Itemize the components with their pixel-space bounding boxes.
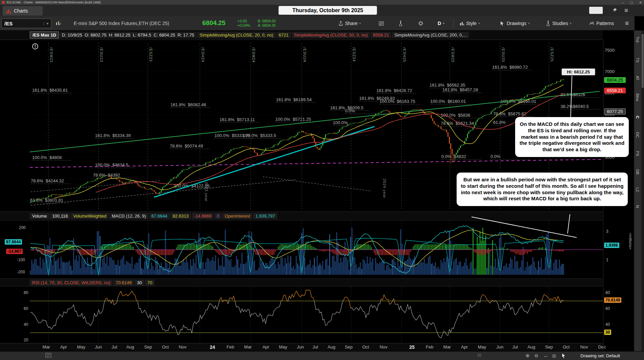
change-percent: +0.04%	[237, 23, 250, 27]
alert-icon[interactable]: !	[32, 43, 38, 49]
time-axis-label: Sep	[543, 344, 555, 350]
note-callout[interactable]: On the MACD of this daily chart we can s…	[515, 117, 629, 157]
notes-button[interactable]	[379, 19, 384, 28]
tab-charts-label: Charts	[14, 8, 28, 14]
lower-study-chip[interactable]: 100,118	[50, 213, 70, 219]
panel-icon[interactable]	[45, 353, 51, 359]
cursor-icon	[500, 21, 505, 26]
lower-study-chip[interactable]: 1,939,797	[253, 213, 277, 219]
rsi-header-strip: RSI (14, 70, 30, CLOSE, WILDERS, no) 70.…	[0, 278, 603, 287]
drawing-set-label[interactable]: Drawing set: Default	[580, 353, 620, 358]
menu-icon[interactable]: ≡	[624, 6, 628, 15]
time-axis-label: Apr	[58, 344, 70, 350]
window-titlebar: /ES:XCME - Charts - 9689056/SCHW Main@th…	[0, 0, 644, 5]
studies-button[interactable]: Studies ▾	[546, 19, 571, 28]
time-axis-label: Feb	[423, 344, 436, 350]
sidebar-tab-ts[interactable]: TS	[636, 58, 640, 63]
time-axis-label: 25	[406, 344, 418, 350]
bid-ask: B: 6804.00 A: 6804.25	[258, 19, 276, 28]
bid-value: B: 6804.00	[258, 19, 276, 23]
macd-volume-canvas[interactable]	[0, 221, 644, 277]
status-bar: ||| ⊕ ⊖ ↔ ◎ Drawing set: Default	[0, 351, 644, 360]
timeframe-value: D	[438, 21, 441, 26]
sidebar-tab-btns[interactable]: Btns	[636, 93, 640, 101]
lower-study-chip[interactable]: VolumeWeighted	[71, 213, 109, 219]
sma20-label[interactable]: SimpleMovingAvg (CLOSE, 20, 0, no)	[197, 32, 276, 38]
toolbar-divider	[453, 19, 454, 28]
scratchpad-button[interactable]	[589, 7, 603, 14]
time-axis-label: Nov	[377, 344, 390, 350]
symbol-value: /ES	[4, 21, 13, 26]
zoom-in-icon[interactable]: ⊕	[526, 353, 530, 358]
symbol-description: E-mini S&P 500 Index Futures,ETH (DEC 25…	[74, 21, 169, 26]
lower-study-chip[interactable]: Volume	[30, 213, 49, 219]
change-points: +3.00	[237, 19, 247, 23]
sidebar-tab-c[interactable]: C	[636, 116, 640, 118]
close-button[interactable]: ✕	[639, 1, 642, 4]
tab-charts[interactable]: Charts	[3, 6, 43, 16]
sidebar-scroll-thumb[interactable]	[642, 34, 644, 88]
sidebar-tab-trd[interactable]: Trd	[636, 37, 640, 42]
time-axis-label: Sep	[142, 344, 154, 350]
sma50-label[interactable]: SimpleMovingAvg (CLOSE, 50, 0, no)	[292, 32, 370, 38]
settings-button[interactable]	[418, 19, 423, 28]
chart-header-strip: /ES Max 1D D: 10/9/25 O: 6802.75 H: 6812…	[0, 30, 603, 40]
high-price-flag: Hi: 6812.25	[561, 68, 595, 75]
timeframe-button[interactable]: D ▾	[438, 19, 444, 28]
style-button[interactable]: Style ▾	[459, 19, 480, 28]
sidebar-tab-ps[interactable]: PS	[636, 151, 640, 156]
chart-edit-icon[interactable]	[55, 19, 61, 28]
time-axis-label: Apr	[458, 344, 470, 350]
chevron-down-icon: ▾	[443, 22, 444, 25]
pan-icon[interactable]: ↔	[543, 353, 548, 358]
crosshair-icon[interactable]: ◎	[552, 353, 556, 358]
time-axis-label: Jul	[509, 344, 521, 350]
time-axis-label: Feb	[224, 344, 236, 350]
time-axis-label: Nov	[177, 344, 189, 350]
patterns-button[interactable]: Patterns	[589, 19, 614, 28]
share-button[interactable]: Share ▾	[338, 19, 361, 28]
minimize-button[interactable]: –	[622, 1, 624, 4]
lower-study-chip[interactable]: 67.6644	[149, 213, 170, 219]
sidebar-tab-db[interactable]: DB	[636, 169, 640, 175]
style-label: Style	[466, 21, 477, 26]
rsi-canvas[interactable]	[0, 287, 644, 343]
mouse-cursor	[561, 353, 566, 359]
patterns-icon	[589, 21, 595, 26]
tab-bar: Charts Thursday, October 9th 2025 ≡	[0, 5, 644, 16]
lower-study-chip[interactable]: MACD (12, 26, 9)	[109, 213, 148, 219]
pin-icon[interactable]	[612, 7, 618, 14]
last-price: 6804.25	[202, 19, 226, 27]
zoom-out-icon[interactable]: ⊖	[534, 353, 538, 358]
rsi-study-label[interactable]: RSI (14, 70, 30, CLOSE, WILDERS, no)	[30, 279, 113, 286]
sidebar-tab-at[interactable]: AT	[636, 76, 640, 81]
toolbar-menu-icon[interactable]: ≡	[625, 19, 629, 28]
note-callout[interactable]: But we are in a bullish period now with …	[457, 173, 628, 206]
lower-study-chip[interactable]: 0	[214, 213, 222, 219]
time-axis-label: Oct	[560, 344, 572, 350]
sma20-value: 6721	[276, 32, 291, 38]
flask-icon	[398, 21, 403, 26]
symbol-input[interactable]: /ES ▾	[1, 19, 51, 28]
analyze-button[interactable]	[398, 19, 403, 28]
chevron-down-icon[interactable]: ▾	[44, 22, 48, 25]
sidebar-tab-oc[interactable]: OC	[636, 132, 640, 138]
bar-chart-icon	[6, 8, 12, 14]
maximize-button[interactable]: ▢	[630, 1, 633, 4]
lower-study-chip[interactable]: -14.9669	[192, 213, 214, 219]
price-change: +3.00 +0.04%	[237, 19, 250, 28]
share-label: Share	[345, 21, 358, 26]
time-axis-label: Jun	[494, 344, 506, 350]
splitter-grip[interactable]: |||	[478, 353, 482, 357]
sidebar-tab-n[interactable]: N	[636, 205, 640, 208]
sidebar-tab-l2[interactable]: L2	[636, 187, 640, 192]
thinkorswim-window: /ES:XCME - Charts - 9689056/SCHW Main@th…	[0, 0, 644, 360]
lower-study-chip[interactable]: 82.6313	[170, 213, 191, 219]
drawings-button[interactable]: Drawings ▾	[500, 19, 530, 28]
lower-study-header-strip: Volume100,118VolumeWeightedMACD (12, 26,…	[0, 211, 603, 221]
lower-study-chip[interactable]: OpenInterest	[222, 213, 252, 219]
sma200-label[interactable]: SimpleMovingAvg (CLOSE, 200, 0,...	[392, 32, 469, 38]
symbol-timeframe-chip[interactable]: /ES Max 1D	[30, 31, 59, 39]
gear-icon	[418, 21, 423, 26]
time-axis-label: Jun	[294, 344, 306, 350]
